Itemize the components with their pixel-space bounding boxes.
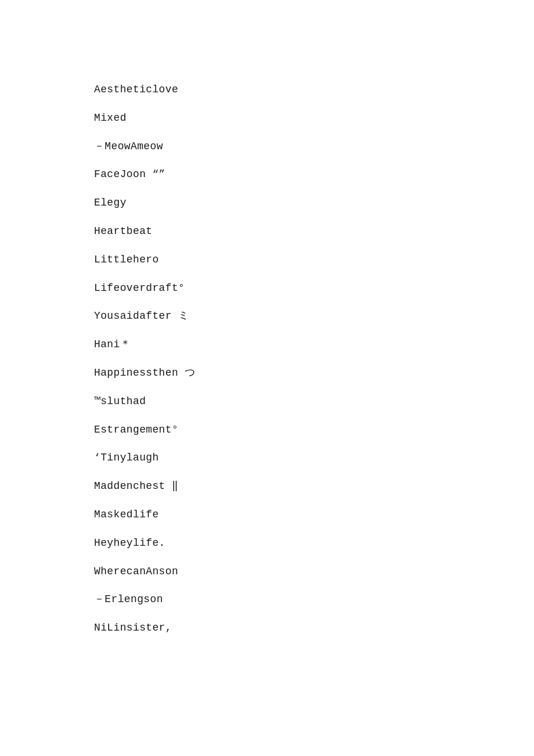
list-item[interactable]: WherecanAnson: [94, 557, 534, 586]
list-item[interactable]: －MeowAmeow: [94, 132, 534, 161]
list-item[interactable]: Maskedlife: [94, 501, 534, 529]
list-item[interactable]: Heyheylife.: [94, 529, 534, 557]
list-item[interactable]: Mixed: [94, 104, 534, 132]
list-item[interactable]: FaceJoon “”: [94, 160, 534, 189]
list-item[interactable]: Maddenchest ‖: [94, 472, 534, 501]
list-item[interactable]: Estrangement°: [94, 416, 534, 444]
list-item[interactable]: Elegy: [94, 189, 534, 217]
list-item[interactable]: Littlehero: [94, 246, 534, 274]
list-item[interactable]: NiLinsister,: [94, 614, 534, 642]
main-list: AestheticloveMixed－MeowAmeowFaceJoon “”E…: [0, 0, 534, 689]
list-item[interactable]: －Erlengson: [94, 585, 534, 614]
list-item[interactable]: Lifeoverdraft°: [94, 274, 534, 303]
list-item[interactable]: Yousaidafter ミ: [94, 302, 534, 330]
list-item[interactable]: ‘Tinylaugh: [94, 444, 534, 472]
list-item[interactable]: Aestheticlove: [94, 75, 534, 104]
list-item[interactable]: Heartbeat: [94, 217, 534, 246]
list-item[interactable]: Happinessthen つ: [94, 359, 534, 387]
list-item[interactable]: Hani＊: [94, 330, 534, 359]
list-item[interactable]: ™sluthad: [94, 387, 534, 416]
